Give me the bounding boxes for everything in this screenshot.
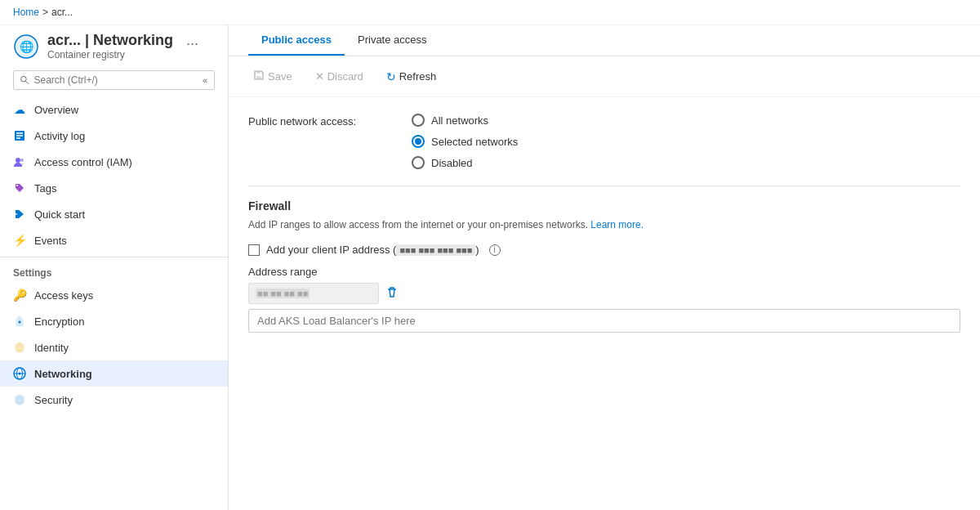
tags-icon [13, 181, 26, 195]
svg-line-3 [26, 81, 29, 83]
sidebar-item-label: Encryption [34, 315, 84, 328]
discard-icon: ✕ [315, 70, 324, 83]
address-range-label: Address range [248, 266, 960, 278]
sidebar-item-label: Access keys [34, 289, 93, 302]
svg-rect-16 [256, 76, 261, 79]
resource-title-area: 🌐 acr... | Networking ... Container regi… [0, 25, 228, 64]
tab-public-access[interactable]: Public access [248, 25, 345, 56]
sidebar-item-activity-log[interactable]: Activity log [0, 123, 228, 149]
breadcrumb-sep: > [42, 7, 48, 18]
encryption-icon [13, 315, 26, 328]
main-content: Public access Private access Save ✕ Disc… [229, 25, 980, 510]
radio-circle-all [412, 114, 425, 127]
identity-icon [13, 341, 26, 354]
radio-circle-selected [412, 135, 425, 148]
access-keys-icon: 🔑 [13, 289, 26, 302]
sidebar-item-overview[interactable]: ☁ Overview [0, 96, 228, 123]
tabs-bar: Public access Private access [229, 25, 980, 56]
sidebar-item-networking[interactable]: Networking [0, 360, 228, 387]
svg-point-9 [20, 159, 24, 162]
sidebar-item-events[interactable]: ⚡ Events [0, 227, 228, 253]
svg-point-10 [16, 185, 18, 186]
sidebar-search-box[interactable]: « [13, 70, 215, 90]
breadcrumb: Home > acr... [0, 0, 980, 25]
quick-start-icon [13, 208, 26, 221]
svg-point-2 [21, 76, 27, 82]
radio-group-network: All networks Selected networks Disabled [412, 114, 960, 169]
search-input[interactable] [34, 74, 198, 86]
save-button[interactable]: Save [248, 66, 297, 87]
radio-all-networks[interactable]: All networks [412, 114, 960, 127]
svg-text:🌐: 🌐 [20, 40, 34, 54]
sidebar-item-access-keys[interactable]: 🔑 Access keys [0, 282, 228, 308]
toolbar: Save ✕ Discard ↻ Refresh [229, 56, 980, 97]
radio-selected-networks[interactable]: Selected networks [412, 135, 960, 148]
sidebar-item-quick-start[interactable]: Quick start [0, 201, 228, 227]
breadcrumb-home[interactable]: Home [13, 7, 39, 18]
radio-label-all: All networks [431, 114, 488, 127]
resource-name: acr... | Networking [47, 32, 173, 49]
sidebar-item-label: Events [34, 235, 67, 247]
client-ip-checkbox[interactable] [248, 244, 260, 256]
divider [248, 186, 960, 186]
more-options-button[interactable]: ... [186, 32, 198, 49]
save-icon [253, 69, 265, 83]
delete-address-button[interactable] [385, 285, 399, 302]
sidebar-item-tags[interactable]: Tags [0, 175, 228, 201]
svg-rect-17 [256, 71, 261, 74]
radio-label-disabled: Disabled [431, 157, 473, 169]
firewall-title: Firewall [248, 199, 960, 212]
address-range-value: ■■ ■■ ■■ ■■ [248, 283, 379, 304]
radio-label-selected: Selected networks [431, 136, 518, 148]
form-area: Public network access: All networks Sele… [229, 97, 980, 349]
sidebar-navigation: ☁ Overview Activity log Access control (… [0, 96, 228, 510]
sidebar-item-label: Access control (IAM) [34, 156, 132, 168]
radio-circle-disabled [412, 156, 425, 169]
svg-point-15 [19, 373, 21, 375]
svg-point-11 [19, 321, 21, 324]
collapse-sidebar-button[interactable]: « [203, 75, 207, 85]
discard-label: Discard [327, 70, 363, 83]
sidebar-item-label: Identity [34, 342, 69, 354]
refresh-icon: ↻ [386, 70, 396, 83]
tab-private-access[interactable]: Private access [345, 25, 440, 56]
sidebar-item-identity[interactable]: Identity [0, 334, 228, 360]
client-ip-row: Add your client IP address (■■■ ■■■ ■■■ … [248, 244, 960, 256]
security-icon [13, 393, 26, 406]
sidebar-item-label: Networking [34, 368, 92, 380]
network-access-label: Public network access: [248, 114, 412, 128]
add-aks-input[interactable] [248, 309, 960, 333]
sidebar-item-encryption[interactable]: Encryption [0, 308, 228, 334]
learn-more-link[interactable]: Learn more. [590, 219, 644, 230]
save-label: Save [268, 70, 292, 83]
sidebar-item-label: Security [34, 394, 73, 406]
networking-icon [13, 367, 26, 380]
sidebar-item-label: Quick start [34, 208, 85, 221]
svg-point-8 [16, 158, 20, 163]
network-access-field: Public network access: All networks Sele… [248, 114, 960, 169]
settings-section-label: Settings [0, 257, 228, 282]
resource-icon: 🌐 [13, 34, 39, 60]
info-icon[interactable]: i [489, 244, 501, 256]
breadcrumb-resource: acr... [51, 7, 73, 18]
activity-log-icon [13, 129, 26, 142]
search-icon [20, 75, 29, 85]
radio-disabled[interactable]: Disabled [412, 156, 960, 169]
overview-icon: ☁ [13, 103, 26, 116]
address-range-row: ■■ ■■ ■■ ■■ [248, 283, 960, 304]
refresh-button[interactable]: ↻ Refresh [381, 67, 442, 87]
resource-type: Container registry [47, 49, 198, 60]
sidebar: 🌐 acr... | Networking ... Container regi… [0, 25, 229, 510]
resource-info: acr... | Networking ... Container regist… [47, 32, 198, 60]
refresh-label: Refresh [399, 70, 437, 83]
firewall-desc: Add IP ranges to allow access from the i… [248, 217, 960, 232]
events-icon: ⚡ [13, 234, 26, 247]
sidebar-item-label: Overview [34, 104, 78, 116]
discard-button[interactable]: ✕ Discard [310, 67, 368, 86]
access-control-icon [13, 155, 26, 168]
sidebar-item-label: Tags [34, 182, 56, 195]
sidebar-item-label: Activity log [34, 130, 85, 142]
sidebar-item-security[interactable]: Security [0, 387, 228, 413]
network-access-control: All networks Selected networks Disabled [412, 114, 960, 169]
sidebar-item-access-control[interactable]: Access control (IAM) [0, 149, 228, 175]
